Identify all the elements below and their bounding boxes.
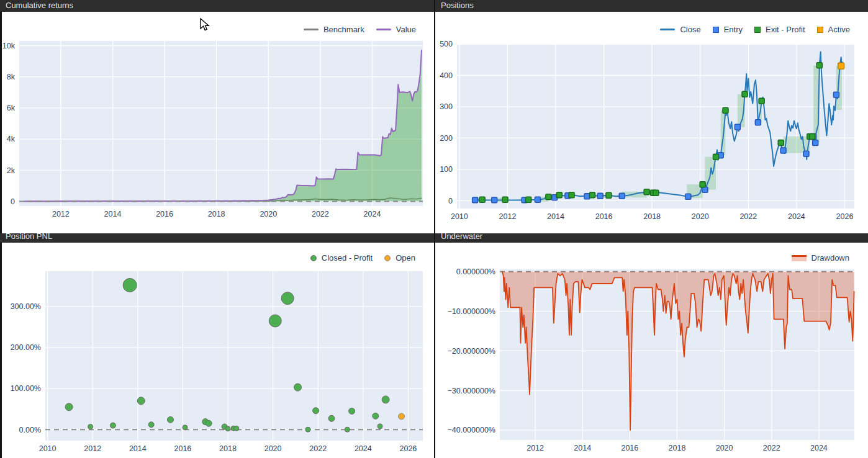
exit-profit-marker[interactable] <box>556 192 562 198</box>
exit-profit-marker[interactable] <box>778 140 784 146</box>
x-tick-label: 2016 <box>174 444 192 453</box>
plot-area[interactable] <box>45 271 423 441</box>
exit-profit-marker[interactable] <box>759 98 764 104</box>
active-marker[interactable] <box>838 63 844 69</box>
y-tick-label: 8k <box>7 73 16 81</box>
legend-item-entry[interactable]: Entry <box>713 25 743 34</box>
entry-marker[interactable] <box>755 120 761 125</box>
entry-marker[interactable] <box>803 151 809 156</box>
x-tick-label: 2020 <box>692 212 709 221</box>
x-tick-label: 2012 <box>499 212 517 221</box>
positions-chart[interactable]: 2010201220142016201820202022202420260100… <box>435 12 868 231</box>
legend-item-open[interactable]: Open <box>384 253 415 263</box>
closed-profit-marker[interactable] <box>281 292 294 305</box>
exit-profit-marker[interactable] <box>713 154 718 159</box>
exit-profit-marker[interactable] <box>810 133 815 139</box>
panel-title-positions: Positions <box>435 0 868 12</box>
y-tick-label: −10.000000% <box>447 307 495 316</box>
exit-profit-marker[interactable] <box>816 63 822 68</box>
legend-item-closed-profit[interactable]: Closed - Profit <box>310 253 373 263</box>
y-tick-label: 2k <box>7 166 16 175</box>
position-pnl-chart[interactable]: 2010201220142016201820202022202420260.00… <box>2 243 434 458</box>
closed-profit-marker[interactable] <box>148 422 154 428</box>
exit-profit-marker[interactable] <box>526 197 531 202</box>
exit-profit-marker[interactable] <box>589 192 595 198</box>
closed-profit-marker[interactable] <box>269 315 281 327</box>
position-pnl-figure: Closed - ProfitOpen 20102012201420162018… <box>0 243 434 458</box>
legend-label: Open <box>396 253 415 263</box>
closed-profit-marker[interactable] <box>225 426 230 431</box>
legend-item-exit-profit[interactable]: Exit - Profit <box>754 25 805 34</box>
y-tick-label: 300.00% <box>11 302 41 311</box>
closed-profit-marker[interactable] <box>137 397 145 405</box>
underwater-chart[interactable]: 20122014201620182020202220240.000000%−10… <box>435 243 868 458</box>
exit-profit-marker[interactable] <box>723 108 728 114</box>
closed-profit-marker[interactable] <box>349 408 355 414</box>
entry-marker[interactable] <box>833 92 839 97</box>
x-tick-label: 2014 <box>547 212 564 221</box>
exit-profit-marker[interactable] <box>700 182 705 187</box>
y-tick-label: 200.00% <box>11 343 41 352</box>
closed-profit-marker[interactable] <box>167 416 173 423</box>
x-tick-label: 2016 <box>621 444 638 452</box>
x-tick-label: 2018 <box>643 212 661 221</box>
legend-swatch-closed-profit <box>310 255 317 261</box>
closed-profit-marker[interactable] <box>234 426 239 431</box>
positions-legend: CloseEntryExit - ProfitActive <box>660 25 850 34</box>
closed-profit-marker[interactable] <box>345 427 350 432</box>
legend-label: Close <box>680 25 700 34</box>
x-tick-label: 2022 <box>312 210 329 218</box>
exit-profit-marker[interactable] <box>644 189 649 195</box>
entry-marker[interactable] <box>780 148 786 153</box>
open-marker[interactable] <box>399 413 405 420</box>
x-tick-label: 2012 <box>84 444 101 453</box>
exit-profit-marker[interactable] <box>653 190 659 195</box>
legend-item-close[interactable]: Close <box>660 25 700 34</box>
entry-marker[interactable] <box>685 194 691 199</box>
panel-title-cumulative-returns: Cumulative returns <box>0 0 434 12</box>
legend-item-active[interactable]: Active <box>817 25 850 34</box>
exit-profit-marker[interactable] <box>742 91 748 97</box>
x-tick-label: 2022 <box>309 444 327 453</box>
exit-profit-marker[interactable] <box>569 192 574 198</box>
plot-area[interactable] <box>457 44 854 209</box>
exit-profit-marker[interactable] <box>546 194 551 200</box>
entry-marker[interactable] <box>472 197 478 203</box>
cumulative-returns-chart[interactable]: 201220142016201820202022202402k4k6k8k10k <box>2 12 434 231</box>
closed-profit-marker[interactable] <box>183 425 188 430</box>
legend-label: Value <box>396 25 416 34</box>
exit-profit-marker[interactable] <box>502 197 508 202</box>
closed-profit-marker[interactable] <box>294 384 302 391</box>
closed-profit-marker[interactable] <box>65 403 73 411</box>
x-tick-label: 2014 <box>129 444 147 453</box>
exit-profit-marker[interactable] <box>606 192 612 198</box>
entry-marker[interactable] <box>702 187 708 192</box>
closed-profit-marker[interactable] <box>110 423 115 428</box>
legend-item-benchmark[interactable]: Benchmark <box>304 25 364 34</box>
x-tick-label: 2024 <box>788 212 805 221</box>
closed-profit-marker[interactable] <box>377 424 382 429</box>
entry-marker[interactable] <box>492 197 497 203</box>
closed-profit-marker[interactable] <box>123 278 137 292</box>
closed-profit-marker[interactable] <box>328 415 335 421</box>
closed-profit-marker[interactable] <box>313 408 319 414</box>
legend-item-value[interactable]: Value <box>376 25 416 34</box>
entry-marker[interactable] <box>584 194 590 199</box>
exit-profit-marker[interactable] <box>479 197 485 202</box>
closed-profit-marker[interactable] <box>373 413 379 419</box>
closed-profit-marker[interactable] <box>88 424 93 429</box>
entry-marker[interactable] <box>535 197 540 202</box>
entry-marker[interactable] <box>597 193 603 199</box>
entry-marker[interactable] <box>735 124 740 130</box>
legend-swatch-close <box>660 29 675 30</box>
closed-profit-marker[interactable] <box>206 420 212 426</box>
x-tick-label: 2014 <box>104 210 122 218</box>
entry-marker[interactable] <box>813 140 818 146</box>
x-tick-label: 2022 <box>763 444 780 452</box>
closed-profit-marker[interactable] <box>305 427 310 432</box>
x-tick-label: 2014 <box>574 444 591 452</box>
entry-marker[interactable] <box>619 193 625 199</box>
legend-item-drawdown[interactable]: Drawdown <box>792 253 849 263</box>
y-tick-label: 0 <box>448 197 453 205</box>
closed-profit-marker[interactable] <box>382 396 389 403</box>
